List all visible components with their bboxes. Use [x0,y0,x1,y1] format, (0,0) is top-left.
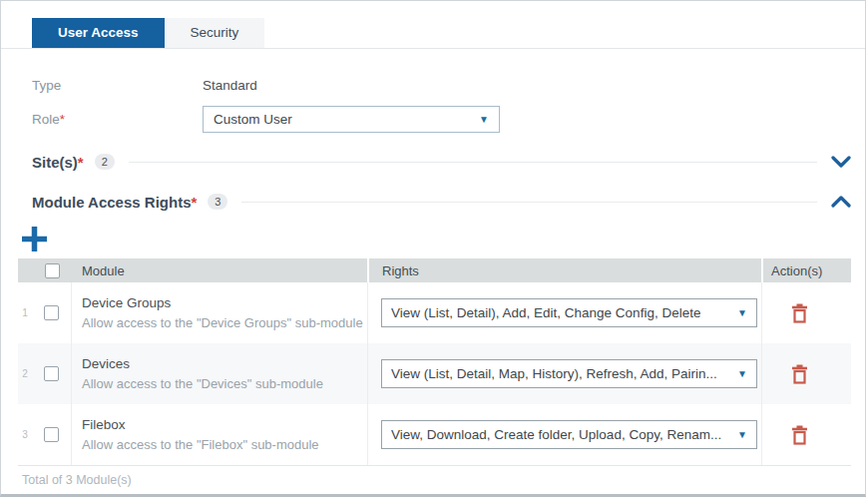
row-checkbox-cell [32,404,72,465]
chevron-down-icon: ▼ [737,430,747,440]
modules-count-badge: 3 [208,194,227,210]
role-select[interactable]: Custom User ▼ [203,106,500,133]
chevron-down-icon: ▼ [737,369,747,379]
required-asterisk: * [78,154,84,171]
type-row: Type Standard [32,72,834,99]
rights-cell: View (List, Detail, Map, History), Refre… [367,343,761,404]
header-checkbox-cell [32,258,72,282]
module-description: Allow access to the "Filebox" sub-module [82,437,319,452]
delete-row-button[interactable] [791,303,808,323]
module-cell: Filebox Allow access to the "Filebox" su… [72,404,367,465]
delete-row-button[interactable] [791,364,808,384]
plus-icon [21,226,48,252]
header-module: Module [72,258,367,282]
divider [241,202,817,203]
header-index-cell [18,258,32,282]
rights-cell: View (List, Detail), Add, Edit, Change C… [367,282,761,343]
chevron-down-icon[interactable] [831,156,851,168]
required-asterisk: * [60,112,65,127]
module-description: Allow access to the "Devices" sub-module [82,376,323,391]
rights-select[interactable]: View (List, Detail), Add, Edit, Change C… [381,298,757,327]
modules-section-header[interactable]: Module Access Rights* 3 [32,182,851,222]
user-access-form: Type Standard Role* Custom User ▼ [1,49,865,142]
trash-icon [791,303,808,323]
row-index: 3 [18,404,32,465]
add-module-button[interactable] [21,226,48,252]
rights-select[interactable]: View, Download, Create folder, Upload, C… [381,420,757,449]
header-rights: Rights [367,258,761,282]
row-checkbox[interactable] [44,366,59,381]
module-cell: Device Groups Allow access to the "Devic… [72,282,367,343]
module-name: Filebox [82,417,126,432]
role-label-text: Role [32,112,60,127]
sites-section-header[interactable]: Site(s)* 2 [32,142,851,182]
role-select-value: Custom User [214,112,292,127]
header-actions: Action(s) [761,258,851,282]
rights-select-value: View, Download, Create folder, Upload, C… [391,427,721,442]
required-asterisk: * [191,194,197,211]
module-name: Devices [82,356,130,371]
chevron-down-icon: ▼ [737,308,747,318]
table-row: 1 Device Groups Allow access to the "Dev… [18,282,851,343]
rights-select-value: View (List, Detail), Add, Edit, Change C… [391,305,700,320]
modules-title-text: Module Access Rights [32,194,191,211]
chevron-up-icon[interactable] [831,196,851,208]
table-row: 2 Devices Allow access to the "Devices" … [18,343,851,404]
table-header-row: Module Rights Action(s) [18,258,851,282]
user-access-panel: User Access Security Type Standard Role*… [0,0,866,497]
row-checkbox-cell [32,343,72,404]
trash-icon [791,425,808,445]
type-value: Standard [203,78,257,93]
sites-section-title: Site(s)* [32,154,84,171]
role-row: Role* Custom User ▼ [32,106,834,133]
divider [129,162,817,163]
delete-row-button[interactable] [791,425,808,445]
rights-select[interactable]: View (List, Detail, Map, History), Refre… [381,359,757,388]
modules-table: Module Rights Action(s) 1 Device Groups … [18,258,851,466]
module-description: Allow access to the "Device Groups" sub-… [82,315,363,330]
modules-section-title: Module Access Rights* [32,194,197,211]
row-checkbox-cell [32,282,72,343]
select-all-checkbox[interactable] [45,263,60,278]
sites-title-text: Site(s) [32,154,78,171]
tab-user-access[interactable]: User Access [32,18,165,48]
total-count-text: Total of 3 Module(s) [22,473,132,487]
role-label: Role* [32,112,203,127]
chevron-down-icon: ▼ [479,115,489,125]
table-footer: Total of 3 Module(s) [18,466,851,494]
tab-security[interactable]: Security [165,18,265,48]
row-checkbox[interactable] [44,305,59,320]
table-row: 3 Filebox Allow access to the "Filebox" … [18,404,851,465]
row-index: 1 [18,282,32,343]
row-index: 2 [18,343,32,404]
tab-bar: User Access Security [1,1,865,49]
actions-cell [761,343,851,404]
trash-icon [791,364,808,384]
row-checkbox[interactable] [44,427,59,442]
actions-cell [761,404,851,465]
rights-cell: View, Download, Create folder, Upload, C… [367,404,761,465]
sites-count-badge: 2 [95,154,115,170]
rights-select-value: View (List, Detail, Map, History), Refre… [391,366,717,381]
module-name: Device Groups [82,295,171,310]
type-label: Type [32,78,203,93]
actions-cell [761,282,851,343]
module-cell: Devices Allow access to the "Devices" su… [72,343,367,404]
